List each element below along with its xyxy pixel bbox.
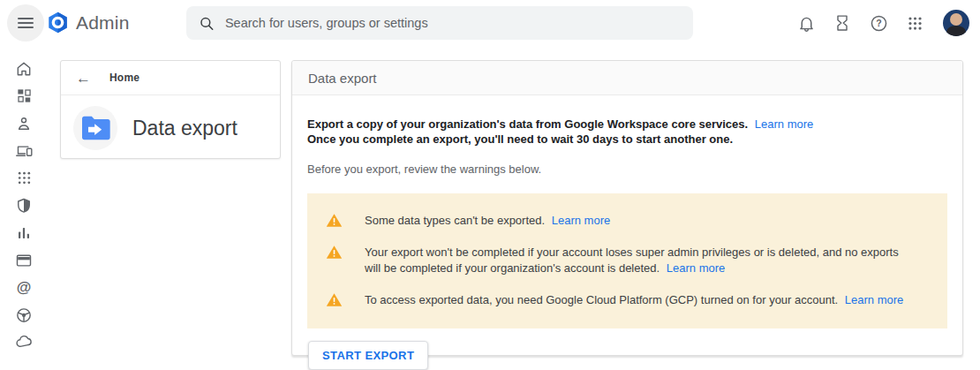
avatar-face	[950, 13, 962, 26]
data-export-folder-icon	[73, 106, 117, 150]
sidebar-item-reporting[interactable]	[0, 219, 48, 246]
app-title: Admin	[76, 12, 130, 34]
breadcrumb-home-label[interactable]: Home	[109, 72, 139, 84]
menu-icon	[18, 15, 34, 31]
warning-1-text: Some data types can't be exported.	[365, 214, 545, 227]
svg-text:?: ?	[876, 18, 881, 28]
warning-row: Your export won't be completed if your a…	[307, 237, 947, 284]
nav-rail: @	[0, 46, 48, 370]
home-icon	[15, 60, 33, 78]
warning-triangle-icon	[326, 244, 343, 261]
back-arrow-icon[interactable]: ←	[76, 71, 91, 86]
hamburger-menu-button[interactable]	[7, 4, 44, 42]
notifications-bell-icon[interactable]	[795, 11, 818, 34]
storage-cloud-icon	[15, 333, 34, 351]
rules-steering-icon	[15, 306, 33, 324]
directory-person-icon	[15, 115, 33, 132]
sidebar-item-devices[interactable]	[0, 137, 48, 164]
devices-icon	[15, 141, 34, 160]
sidebar-item-security[interactable]	[0, 192, 48, 219]
data-export-card: Data export Export a copy of your organi…	[291, 60, 963, 356]
warning-triangle-icon	[326, 212, 343, 229]
warning-1-learn-more-link[interactable]: Learn more	[552, 214, 610, 227]
avatar[interactable]	[943, 10, 969, 36]
sidebar-item-rules[interactable]	[0, 301, 48, 328]
breadcrumb-panel: ← Home Data export	[60, 60, 281, 159]
top-app-bar: Admin ?	[0, 0, 980, 46]
card-header-title: Data export	[308, 71, 377, 86]
review-warnings-text: Before you export, review the warnings b…	[307, 162, 947, 176]
search-icon	[199, 15, 215, 32]
hourglass-tasks-icon[interactable]	[831, 11, 854, 34]
sidebar-item-home[interactable]	[0, 55, 48, 82]
search-bar[interactable]	[186, 6, 693, 40]
warning-3-text: To access exported data, you need Google…	[365, 293, 838, 306]
warning-row: Some data types can't be exported. Learn…	[307, 205, 947, 237]
sidebar-item-dashboard[interactable]	[0, 82, 48, 109]
admin-logo[interactable]: Admin	[46, 11, 130, 34]
admin-logo-icon	[46, 11, 70, 34]
intro-learn-more-link[interactable]: Learn more	[755, 117, 813, 131]
card-header: Data export	[292, 61, 962, 95]
breadcrumb: ← Home	[61, 61, 280, 95]
apps-grid-icon[interactable]	[903, 11, 926, 34]
warning-row: To access exported data, you need Google…	[307, 284, 947, 316]
intro-line2: Once you complete an export, you'll need…	[307, 132, 733, 146]
sidebar-item-apps[interactable]	[0, 164, 48, 192]
account-at-icon: @	[17, 279, 32, 297]
security-shield-icon	[15, 197, 33, 215]
sidebar-item-billing[interactable]	[0, 246, 48, 274]
sidebar-item-directory[interactable]	[0, 109, 48, 137]
warning-text: Your export won't be completed if your a…	[365, 245, 912, 276]
reporting-chart-icon	[16, 225, 32, 241]
dashboard-icon	[16, 87, 33, 104]
warning-text: To access exported data, you need Google…	[365, 292, 903, 308]
intro-text: Export a copy of your organization's dat…	[307, 117, 947, 147]
warning-text: Some data types can't be exported. Learn…	[365, 213, 610, 229]
help-icon[interactable]: ?	[867, 11, 890, 34]
warning-3-learn-more-link[interactable]: Learn more	[845, 293, 903, 306]
warning-2-learn-more-link[interactable]: Learn more	[667, 261, 725, 275]
warning-2-text: Your export won't be completed if your a…	[365, 245, 899, 275]
apps-icon	[17, 170, 32, 185]
warning-triangle-icon	[326, 291, 343, 308]
avatar-shoulders	[946, 26, 966, 36]
intro-line1: Export a copy of your organization's dat…	[307, 117, 748, 131]
billing-card-icon	[15, 252, 33, 269]
warnings-box: Some data types can't be exported. Learn…	[307, 193, 947, 328]
sidebar-item-storage[interactable]	[0, 328, 48, 356]
start-export-button[interactable]: START EXPORT	[308, 341, 428, 370]
search-input[interactable]	[225, 16, 681, 30]
page-title: Data export	[132, 117, 237, 140]
sidebar-item-account[interactable]: @	[0, 274, 48, 301]
